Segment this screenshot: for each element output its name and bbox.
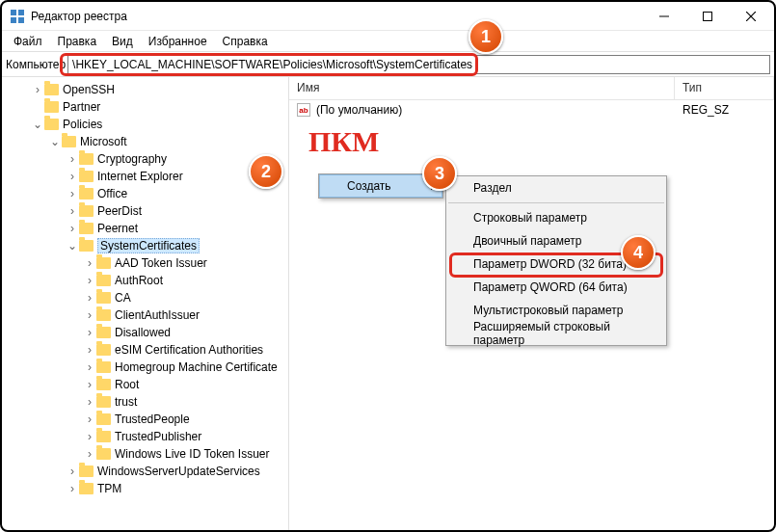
folder-icon [79, 205, 94, 217]
menu-bar: Файл Правка Вид Избранное Справка [2, 31, 774, 52]
tree-node-trustedpublisher[interactable]: ›TrustedPublisher [2, 428, 288, 445]
tree-node-homegroup[interactable]: ›Homegroup Machine Certificate [2, 359, 288, 376]
chevron-down-icon[interactable]: ⌄ [48, 135, 62, 148]
address-bar: Компьютер [2, 52, 774, 77]
folder-icon [79, 483, 94, 494]
tree-node-esim[interactable]: ›eSIM Certification Authorities [2, 341, 288, 359]
address-input[interactable] [67, 55, 770, 74]
tree-node-winlive[interactable]: ›Windows Live ID Token Issuer [2, 445, 288, 463]
menu-file[interactable]: Файл [8, 33, 48, 50]
folder-icon [96, 379, 111, 390]
app-icon [10, 9, 25, 24]
folder-icon [44, 101, 59, 113]
tree-node-authroot[interactable]: ›AuthRoot [2, 272, 288, 289]
tree-node-wsus[interactable]: ›WindowsServerUpdateServices [2, 463, 288, 480]
chevron-right-icon[interactable]: › [83, 430, 96, 443]
tree-node-peernet[interactable]: ›Peernet [2, 220, 288, 237]
annotation-badge-1: 1 [468, 19, 503, 54]
tree-node-microsoft[interactable]: ⌄Microsoft [2, 133, 288, 150]
tree-node-policies[interactable]: ⌄Policies [2, 116, 288, 133]
chevron-right-icon[interactable]: › [66, 222, 79, 235]
chevron-right-icon[interactable]: › [66, 152, 79, 166]
chevron-down-icon[interactable]: ⌄ [31, 118, 44, 131]
chevron-right-icon[interactable]: › [66, 204, 79, 218]
folder-icon [44, 119, 59, 130]
tree-node-trust[interactable]: ›trust [2, 393, 288, 411]
folder-icon [96, 344, 111, 356]
folder-icon [96, 431, 111, 442]
tree-node-peerdist[interactable]: ›PeerDist [2, 202, 288, 220]
folder-icon [79, 223, 94, 234]
svg-rect-1 [18, 10, 24, 15]
context-item-multistring[interactable]: Мультистроковый параметр [446, 299, 666, 322]
context-item-string[interactable]: Строковый параметр [446, 206, 666, 229]
maximize-button[interactable] [685, 2, 729, 31]
chevron-right-icon[interactable]: › [83, 326, 96, 339]
chevron-right-icon[interactable]: › [83, 291, 96, 305]
tree-node-disallowed[interactable]: ›Disallowed [2, 324, 288, 341]
context-item-expandstring[interactable]: Расширяемый строковый параметр [446, 322, 666, 345]
tree-node-tpm[interactable]: ›TPM [2, 480, 288, 497]
annotation-pkm-label: ПКМ [308, 125, 379, 158]
tree-node-root[interactable]: ›Root [2, 376, 288, 393]
tree-node-systemcertificates[interactable]: ⌄SystemCertificates [2, 237, 288, 254]
chevron-right-icon[interactable]: › [66, 465, 79, 478]
tree-node-cryptography[interactable]: ›Cryptography [2, 150, 288, 168]
tree-node-ca[interactable]: ›CA [2, 289, 288, 306]
folder-icon [96, 448, 111, 460]
folder-icon [79, 466, 94, 477]
address-label: Компьютер [6, 58, 67, 71]
close-button[interactable] [729, 2, 772, 31]
svg-rect-3 [18, 17, 24, 23]
chevron-right-icon[interactable]: › [83, 360, 96, 374]
values-pane[interactable]: Имя Тип ab (По умолчанию) REG_SZ ПКМ Соз… [289, 77, 774, 530]
tree-node-aad[interactable]: ›AAD Token Issuer [2, 254, 288, 272]
chevron-right-icon[interactable]: › [31, 83, 44, 96]
tree-node-clientauth[interactable]: ›ClientAuthIssuer [2, 306, 288, 324]
chevron-right-icon[interactable]: › [83, 343, 96, 357]
menu-help[interactable]: Справка [217, 33, 274, 50]
menu-favorites[interactable]: Избранное [143, 33, 213, 50]
value-row-default[interactable]: ab (По умолчанию) REG_SZ [289, 100, 774, 120]
folder-icon [96, 327, 111, 338]
context-item-qword[interactable]: Параметр QWORD (64 бита) [446, 276, 666, 299]
chevron-down-icon[interactable]: ⌄ [66, 239, 79, 253]
annotation-badge-2: 2 [249, 154, 283, 189]
folder-icon [96, 396, 111, 408]
chevron-right-icon[interactable]: › [83, 274, 96, 287]
chevron-right-icon[interactable]: › [66, 170, 79, 183]
string-value-icon: ab [297, 103, 310, 117]
chevron-right-icon[interactable]: › [83, 378, 96, 391]
chevron-right-icon[interactable]: › [66, 482, 79, 495]
window-title: Редактор реестра [31, 10, 127, 23]
folder-icon [79, 188, 94, 200]
folder-icon [79, 171, 94, 182]
tree-node-ie[interactable]: ›Internet Explorer [2, 168, 288, 185]
chevron-right-icon[interactable]: › [83, 412, 96, 426]
value-name: (По умолчанию) [316, 103, 682, 117]
column-type[interactable]: Тип [675, 77, 774, 99]
menu-view[interactable]: Вид [106, 33, 139, 50]
tree-node-partner[interactable]: Partner [2, 98, 288, 116]
values-header: Имя Тип [289, 77, 774, 100]
svg-rect-0 [11, 10, 16, 15]
menu-edit[interactable]: Правка [52, 33, 103, 50]
tree-node-trustedpeople[interactable]: ›TrustedPeople [2, 411, 288, 428]
tree-node-office[interactable]: ›Office [2, 185, 288, 202]
value-type: REG_SZ [682, 103, 729, 117]
chevron-right-icon[interactable]: › [83, 395, 96, 409]
folder-icon [96, 292, 111, 304]
chevron-right-icon[interactable]: › [66, 187, 79, 200]
context-item-key[interactable]: Раздел [446, 176, 666, 200]
tree-pane[interactable]: ›OpenSSH Partner ⌄Policies ⌄Microsoft ›C… [2, 77, 289, 530]
chevron-right-icon[interactable]: › [83, 447, 96, 461]
column-name[interactable]: Имя [289, 77, 675, 99]
chevron-right-icon[interactable]: › [83, 308, 96, 322]
folder-icon [79, 153, 94, 165]
minimize-button[interactable] [642, 2, 685, 31]
tree-node-openssh[interactable]: ›OpenSSH [2, 81, 288, 98]
folder-icon [44, 84, 59, 95]
folder-icon [96, 275, 111, 286]
folder-icon [79, 240, 94, 252]
chevron-right-icon[interactable]: › [83, 256, 96, 270]
